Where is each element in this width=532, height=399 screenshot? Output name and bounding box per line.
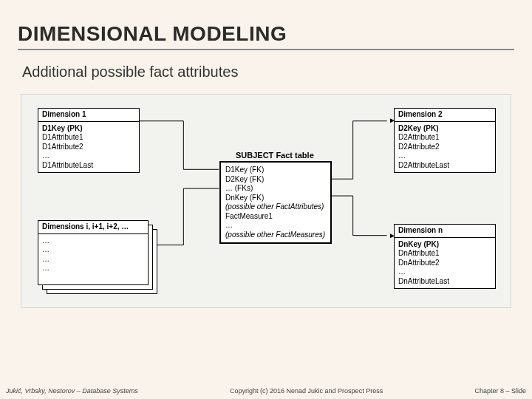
fact-row: DnKey (FK) bbox=[225, 194, 326, 203]
fact-label: SUBJECT Fact table bbox=[236, 151, 314, 160]
dimension-2-header: Dimension 2 bbox=[395, 109, 495, 122]
dim-row: D2Attribute1 bbox=[398, 133, 491, 143]
stack-front: Dimensions i, i+1, i+2, … … … … … bbox=[38, 220, 149, 285]
dim-row: … bbox=[42, 151, 135, 161]
footer-left: Jukić, Vrbsky, Nestorov – Database Syste… bbox=[6, 387, 138, 395]
dim-row: D1AttributeLast bbox=[42, 161, 135, 171]
footer-right: Chapter 8 – Slide bbox=[474, 387, 526, 395]
dim-row: DnKey (PK) bbox=[398, 240, 491, 250]
dim-row: … bbox=[398, 267, 491, 277]
dim-row: … bbox=[42, 255, 144, 265]
dim-row: DnAttribute1 bbox=[398, 249, 491, 259]
footer: Jukić, Vrbsky, Nestorov – Database Syste… bbox=[0, 387, 532, 395]
slide-title: DIMENSIONAL MODELING bbox=[18, 22, 514, 50]
dimension-1-box: Dimension 1 D1Key (PK) D1Attribute1 D1At… bbox=[38, 108, 140, 173]
footer-mid: Copyright (c) 2016 Nenad Jukic and Prosp… bbox=[138, 387, 475, 395]
dimension-n-header: Dimension n bbox=[395, 225, 495, 238]
dim-row: DnAttributeLast bbox=[398, 277, 491, 287]
dimension-1-header: Dimension 1 bbox=[38, 109, 139, 122]
dimension-n-box: Dimension n DnKey (PK) DnAttribute1 DnAt… bbox=[394, 224, 496, 289]
fact-row: … bbox=[225, 221, 326, 231]
dim-row: D2AttributeLast bbox=[398, 161, 491, 171]
fact-row: D2Key (FK) bbox=[225, 175, 326, 185]
dim-row: D2Key (PK) bbox=[398, 124, 491, 134]
dim-row: D1Attribute1 bbox=[42, 133, 135, 143]
fact-row: (possible other FactAttributes) bbox=[225, 202, 326, 212]
fact-table-box: D1Key (FK) D2Key (FK) … (FKs) DnKey (FK)… bbox=[219, 161, 332, 244]
fact-row: (possible other FactMeasures) bbox=[225, 231, 326, 240]
dim-row: … bbox=[398, 151, 491, 161]
fact-row: D1Key (FK) bbox=[225, 166, 326, 175]
dim-row: D1Attribute2 bbox=[42, 143, 135, 152]
dim-row: DnAttribute2 bbox=[398, 259, 491, 268]
diagram-area: ◄ ► ► ◄ Dimension 1 D1Key (PK) D1Attribu… bbox=[21, 94, 511, 308]
fact-row: FactMeasure1 bbox=[225, 212, 326, 222]
dim-row: … bbox=[42, 236, 144, 246]
dimension-2-box: Dimension 2 D2Key (PK) D2Attribute1 D2At… bbox=[394, 108, 496, 173]
slide-subtitle: Additional possible fact attributes bbox=[22, 64, 514, 81]
dim-row: D2Attribute2 bbox=[398, 143, 491, 152]
dim-row: … bbox=[42, 264, 144, 273]
stack-header: Dimensions i, i+1, i+2, … bbox=[38, 221, 148, 234]
dim-row: … bbox=[42, 245, 144, 255]
dim-row: D1Key (PK) bbox=[42, 124, 135, 134]
fact-row: … (FKs) bbox=[225, 184, 326, 194]
